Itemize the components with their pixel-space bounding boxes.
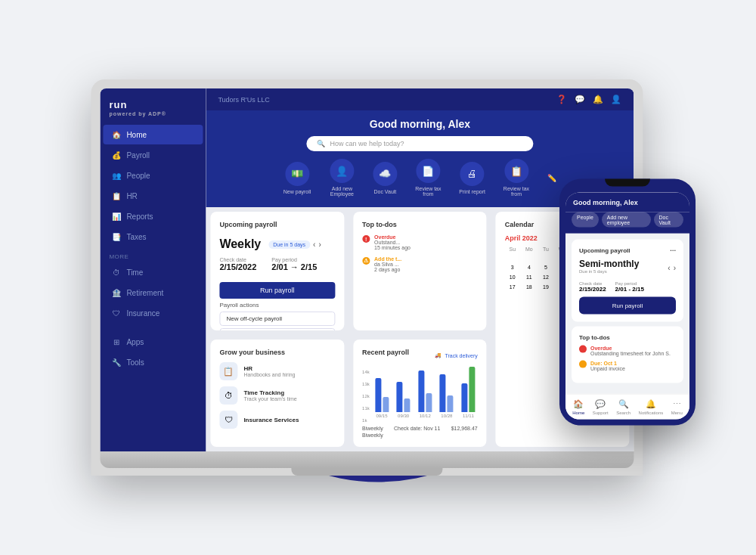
cal-day-10[interactable]: 10 [505, 273, 520, 281]
doc-vault-icon: ☁️ [373, 162, 397, 186]
chart-area: 14k 13k 12k 11k 1k [362, 365, 478, 423]
nav-divider [100, 324, 206, 331]
quick-action-review-tax2[interactable]: 📋 Review tax from [497, 159, 535, 197]
sidebar-item-people[interactable]: 👥 People [103, 166, 203, 185]
chart-label-1028: 10/28 [441, 414, 452, 418]
phone-nav-menu[interactable]: ⋯ Menu [671, 399, 683, 415]
phone-nav-home[interactable]: 🏠 Home [572, 399, 584, 415]
check-date: Check date 2/15/2022 [219, 257, 256, 271]
bar-pair-1111 [461, 367, 475, 412]
grow-item-hr[interactable]: 📋 HR Handbooks and hiring [219, 362, 335, 380]
sidebar-item-insurance[interactable]: 🛡 Insurance [103, 303, 203, 323]
edit-icon[interactable]: ✏️ [547, 174, 556, 182]
sidebar-item-retirement[interactable]: 🏦 Retirement [103, 283, 203, 302]
sidebar-item-tools[interactable]: 🔧 Tools [103, 352, 203, 372]
sidebar-time-label: Time [126, 268, 143, 277]
quick-action-new-payroll[interactable]: 💵 New payroll [284, 162, 311, 194]
time-grow-icon: ⏱ [219, 386, 237, 405]
phone-next-arrow-button[interactable]: › [674, 263, 676, 271]
search-bar[interactable]: 🔍 How can we help today? [306, 136, 533, 151]
cal-day-19[interactable]: 19 [538, 283, 553, 291]
bar-1111-b [469, 367, 475, 412]
bar-1012-a [418, 371, 424, 412]
review-tax2-icon: 📋 [504, 159, 528, 183]
phone-tab-add-employee[interactable]: Add new employee [602, 212, 651, 228]
sidebar-item-reports[interactable]: 📊 Reports [103, 206, 203, 226]
bar-0915-a [375, 378, 381, 412]
cal-header-su: Su [505, 246, 520, 252]
sidebar-item-taxes[interactable]: 📑 Taxes [103, 227, 203, 246]
todo-overdue-label: Overdue [374, 234, 411, 240]
phone-pay-period-value: 2/01 - 2/15 [615, 286, 644, 293]
chart-label-1111: 11/11 [463, 414, 474, 418]
grow-hr-content: HR Handbooks and hiring [243, 365, 295, 377]
y-label-13k: 13k [362, 382, 370, 386]
phone-nav-search[interactable]: 🔍 Search [616, 399, 631, 415]
quick-action-add-employee[interactable]: 👤 Add new Employee [323, 159, 361, 197]
bar-1012-b [426, 393, 432, 412]
todo-item-0: ! Overdue Outstand... 15 minutes ago [362, 234, 478, 250]
help-icon[interactable]: ❓ [556, 95, 567, 104]
bar-pair-1028 [440, 374, 454, 412]
todo-warning-dot: ⚠ [362, 257, 370, 265]
home-icon: 🏠 [112, 130, 121, 139]
top-bar: Tudors R'Us LLC ❓ 💬 🔔 👤 [206, 88, 634, 110]
sidebar-item-apps[interactable]: ⊞ Apps [103, 332, 203, 352]
quick-action-review-tax[interactable]: 📄 Review tax from [409, 159, 447, 197]
chat-icon[interactable]: 💬 [575, 95, 585, 104]
phone-tabs: People Add new employee Doc Vault [565, 212, 689, 234]
new-offcycle-button[interactable]: New off-cycle payroll [219, 312, 335, 326]
cal-day-3[interactable]: 3 [505, 263, 520, 271]
run-payroll-button[interactable]: Run payroll [219, 282, 335, 299]
quick-action-doc-vault[interactable]: ☁️ Doc Vault [373, 162, 397, 194]
check-date-label: Check date [219, 257, 256, 262]
phone-payroll-menu-icon[interactable]: ⋯ [670, 247, 676, 254]
cal-day-17[interactable]: 17 [505, 283, 520, 291]
bar-1028-a [440, 374, 446, 412]
sidebar-item-time[interactable]: ⏱ Time [103, 262, 203, 282]
sidebar-item-home[interactable]: 🏠 Home [103, 125, 203, 144]
track-delivery[interactable]: 🚚 Track delivery [435, 352, 477, 358]
grow-item-time[interactable]: ⏱ Time Tracking Track your team's time [219, 386, 335, 405]
quick-action-print-report[interactable]: 🖨 Print report [459, 162, 485, 194]
cal-day-11[interactable]: 11 [522, 273, 537, 281]
sidebar-taxes-label: Taxes [126, 233, 146, 241]
notifications-icon[interactable]: 🔔 [593, 95, 603, 104]
payroll-dates: Check date 2/15/2022 Pay period 2/01 → 2… [219, 257, 335, 271]
phone-nav-notifications[interactable]: 🔔 Notifications [639, 399, 664, 415]
phone-tab-doc-vault[interactable]: Doc Vault [654, 212, 683, 228]
phone-todo-warning-text: Unpaid invoice [590, 366, 625, 371]
sidebar: run powered by ADP® 🏠 Home 💰 Payroll [100, 88, 206, 451]
truck-icon: 🚚 [435, 352, 442, 358]
todo-warning-content: Add the t... da Silva ... 2 days ago [374, 256, 401, 272]
sidebar-reports-label: Reports [126, 212, 153, 221]
bar-group-0915: 09/15 [373, 378, 392, 418]
profile-icon[interactable]: 👤 [611, 95, 621, 104]
cal-day-18[interactable]: 18 [522, 283, 537, 291]
cal-day-4[interactable]: 4 [522, 263, 537, 271]
prev-arrow-button[interactable]: ‹ [313, 240, 315, 249]
sidebar-item-payroll[interactable]: 💰 Payroll [103, 145, 203, 165]
phone-check-date-value: 2/15/2022 [579, 286, 606, 293]
phone-search-label: Search [616, 411, 631, 415]
cal-day [522, 253, 537, 262]
cal-day-12[interactable]: 12 [538, 273, 553, 281]
reports-icon: 📊 [112, 212, 121, 221]
bar-pair-0915 [375, 378, 389, 412]
phone-tab-people[interactable]: People [572, 212, 599, 228]
phone-bottom-nav: 🏠 Home 💬 Support 🔍 Search 🔔 Notification… [565, 394, 689, 420]
cal-day-5[interactable]: 5 [538, 263, 553, 271]
phone-prev-arrow-button[interactable]: ‹ [668, 263, 670, 271]
phone-todo-0: Overdue Outstanding timesheet for John S… [579, 346, 676, 356]
phone-run-payroll-button[interactable]: Run payroll [579, 297, 676, 315]
sidebar-item-hr[interactable]: 📋 HR [103, 186, 203, 206]
hr-grow-icon: 📋 [219, 362, 237, 380]
todo-overdue-content: Overdue Outstand... 15 minutes ago [374, 234, 411, 250]
phone-home-icon: 🏠 [573, 399, 584, 409]
cal-day [505, 253, 520, 262]
calculate-paycheck-button[interactable]: Calculate paycheck [219, 328, 335, 330]
top-todos-title: Top to-dos [362, 221, 478, 228]
grow-item-insurance[interactable]: 🛡 Insurance Services [219, 411, 335, 429]
next-arrow-button[interactable]: › [318, 240, 321, 249]
phone-nav-support[interactable]: 💬 Support [593, 399, 609, 415]
